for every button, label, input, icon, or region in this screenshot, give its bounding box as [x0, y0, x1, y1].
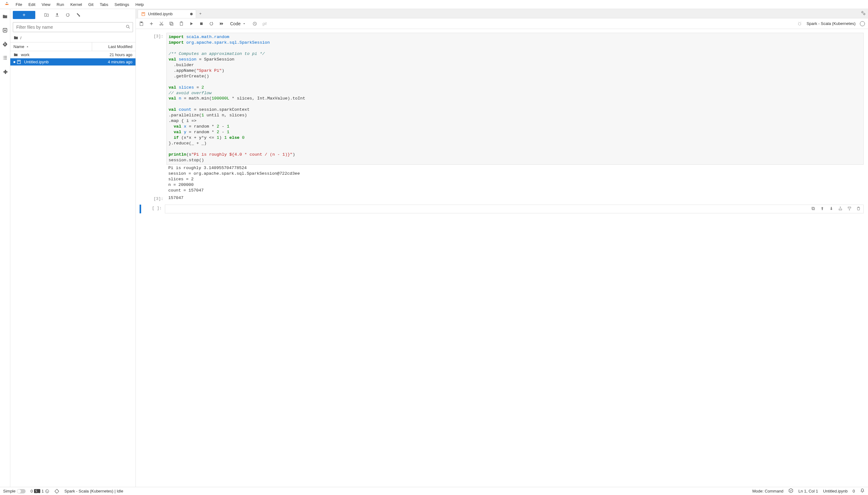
copy-icon[interactable]	[169, 21, 174, 26]
kernel-status-indicator[interactable]	[860, 21, 865, 26]
kernel-name[interactable]: Spark - Scala (Kubernetes)	[806, 21, 855, 26]
svg-rect-16	[170, 22, 173, 24]
file-row[interactable]: Untitled.ipynb4 minutes ago	[10, 58, 135, 66]
folder-row[interactable]: work21 hours ago	[10, 51, 135, 58]
menu-git[interactable]: Git	[85, 1, 97, 8]
simple-toggle[interactable]: Simple	[3, 489, 26, 493]
stop-icon[interactable]	[199, 21, 204, 26]
column-name-header[interactable]: Name	[10, 42, 92, 51]
svg-rect-8	[142, 12, 145, 16]
toc-icon[interactable]	[2, 55, 8, 61]
menu-help[interactable]: Help	[132, 1, 147, 8]
refresh-icon[interactable]	[63, 11, 72, 19]
current-file[interactable]: Untitled.ipynb	[823, 489, 848, 493]
running-dot	[13, 61, 15, 63]
svg-point-10	[862, 12, 863, 13]
notebook-toolbar: Code git Spark - Scala (Kubernetes)	[136, 18, 868, 29]
git-status-icon[interactable]	[54, 489, 59, 494]
add-tab-button[interactable]: +	[196, 9, 205, 18]
notification-count[interactable]: 0	[853, 489, 855, 493]
folder-icon	[13, 52, 19, 57]
new-folder-icon[interactable]	[42, 11, 51, 19]
git-label[interactable]: git	[262, 21, 267, 26]
menubar: FileEditViewRunKernelGitTabsSettingsHelp	[0, 0, 868, 9]
notebook-content[interactable]: [3]: import scala.math.random import org…	[136, 29, 868, 487]
move-up-icon[interactable]	[820, 206, 824, 212]
folder-icon	[13, 35, 18, 40]
tab-strip: Untitled.ipynb +	[136, 9, 868, 18]
code-cell[interactable]: import scala.math.random import org.apac…	[166, 33, 864, 165]
extensions-icon[interactable]	[2, 68, 8, 74]
sb-count-0[interactable]: 0	[31, 489, 33, 493]
svg-point-0	[6, 2, 7, 3]
activity-bar	[0, 9, 10, 487]
scala-badge[interactable]: S_	[34, 489, 40, 493]
new-launcher-button[interactable]: +	[13, 11, 35, 19]
git-clone-icon[interactable]	[74, 11, 83, 19]
bell-icon[interactable]	[860, 488, 865, 494]
filter-files-input[interactable]	[13, 22, 133, 32]
svg-rect-23	[812, 207, 814, 209]
insert-below-icon[interactable]	[847, 206, 852, 212]
cell-result: 157047	[166, 195, 864, 202]
running-icon[interactable]	[2, 27, 8, 33]
insert-above-icon[interactable]	[838, 206, 843, 212]
breadcrumb-root[interactable]: /	[20, 36, 21, 40]
file-name: Untitled.ipynb	[24, 59, 89, 64]
sort-up-icon	[26, 45, 29, 49]
folder-icon[interactable]	[2, 13, 8, 20]
file-browser: + / Name	[10, 9, 136, 487]
svg-rect-6	[17, 60, 21, 64]
output-prompt: [3]:	[140, 195, 166, 202]
svg-rect-17	[180, 22, 183, 25]
svg-rect-22	[813, 208, 815, 210]
git-icon[interactable]	[2, 41, 8, 47]
cursor-position[interactable]: Ln 1, Col 1	[798, 489, 818, 493]
terminal-icon[interactable]	[45, 489, 49, 493]
cell-type-select[interactable]: Code	[229, 21, 247, 27]
tab-untitled[interactable]: Untitled.ipynb	[138, 10, 196, 18]
work-area: Untitled.ipynb +	[136, 9, 868, 487]
menu-tabs[interactable]: Tabs	[97, 1, 111, 8]
file-modified: 4 minutes ago	[89, 60, 132, 64]
empty-code-cell[interactable]	[165, 205, 864, 214]
cut-icon[interactable]	[159, 21, 164, 26]
restart-icon[interactable]	[209, 21, 214, 26]
input-prompt: [3]:	[140, 33, 166, 194]
menu-settings[interactable]: Settings	[112, 1, 132, 8]
mode-indicator[interactable]: Mode: Command	[752, 489, 783, 493]
status-bar: Simple 0 S_ 1 Spark - Scala (Kubernetes)…	[0, 487, 868, 495]
menu-kernel[interactable]: Kernel	[67, 1, 85, 8]
delete-cell-icon[interactable]	[856, 206, 861, 212]
bug-icon[interactable]	[797, 21, 802, 26]
paste-icon[interactable]	[179, 21, 184, 26]
svg-rect-7	[18, 61, 20, 62]
svg-rect-25	[848, 207, 851, 208]
svg-rect-19	[200, 22, 203, 25]
move-down-icon[interactable]	[829, 206, 834, 212]
kernel-status-text[interactable]: Spark - Scala (Kubernetes) | Idle	[64, 489, 123, 493]
settings-icon[interactable]	[861, 10, 866, 17]
lsp-status-icon[interactable]	[788, 488, 793, 494]
upload-icon[interactable]	[53, 11, 62, 19]
tab-title: Untitled.ipynb	[148, 12, 173, 16]
jupyter-logo[interactable]	[3, 1, 11, 8]
save-icon[interactable]	[139, 21, 144, 26]
search-icon	[126, 24, 131, 30]
menu-edit[interactable]: Edit	[25, 1, 38, 8]
breadcrumb[interactable]: /	[10, 33, 135, 42]
menu-file[interactable]: File	[13, 1, 25, 8]
menu-view[interactable]: View	[38, 1, 53, 8]
svg-rect-15	[170, 23, 173, 25]
notebook-icon	[141, 12, 146, 16]
run-icon[interactable]	[189, 21, 194, 26]
duplicate-cell-icon[interactable]	[811, 206, 816, 212]
run-all-icon[interactable]	[219, 21, 224, 26]
sb-count-1[interactable]: 1	[42, 489, 44, 493]
menu-run[interactable]: Run	[53, 1, 67, 8]
notebook-icon	[17, 59, 22, 64]
clock-icon[interactable]	[252, 21, 257, 26]
insert-cell-icon[interactable]	[149, 21, 154, 26]
svg-point-5	[127, 25, 129, 28]
column-modified-header[interactable]: Last Modified	[92, 42, 135, 51]
